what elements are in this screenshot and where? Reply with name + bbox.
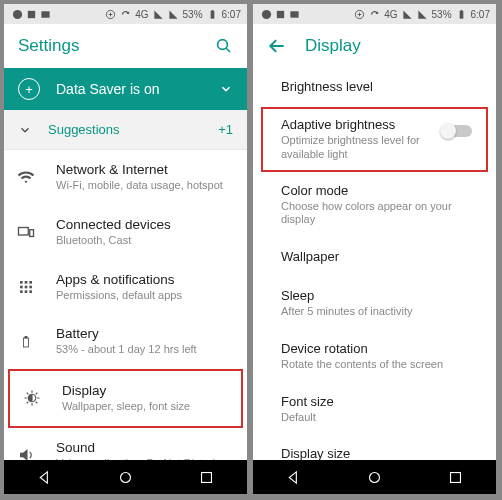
back-icon[interactable]	[285, 469, 302, 486]
back-icon[interactable]	[36, 469, 53, 486]
clock: 6:07	[222, 9, 241, 20]
row-font-size[interactable]: Font size Default	[253, 383, 496, 436]
svg-rect-27	[277, 10, 284, 17]
row-title: Brightness level	[281, 79, 482, 94]
svg-rect-12	[29, 281, 32, 284]
chevron-down-icon	[18, 123, 32, 137]
row-title: Device rotation	[281, 341, 482, 356]
row-title: Battery	[56, 326, 233, 341]
row-network[interactable]: Network & InternetWi-Fi, mobile, data us…	[4, 150, 247, 205]
svg-rect-10	[20, 281, 23, 284]
svg-rect-16	[20, 290, 23, 293]
row-display-size[interactable]: Display size Default	[253, 435, 496, 460]
clock: 6:07	[471, 9, 490, 20]
display-icon	[22, 389, 42, 407]
sync-icon	[369, 9, 380, 20]
recents-icon[interactable]	[447, 469, 464, 486]
svg-rect-19	[24, 338, 29, 347]
svg-rect-17	[25, 290, 28, 293]
display-list: Brightness level Adaptive brightness Opt…	[253, 68, 496, 460]
phone-settings: 4G 53% 6:07 Settings + Data Saver is on …	[4, 4, 247, 494]
svg-rect-18	[29, 290, 32, 293]
row-brightness[interactable]: Brightness level	[253, 68, 496, 107]
whatsapp-icon	[12, 9, 23, 20]
svg-point-24	[121, 472, 131, 482]
row-sub: 53% - about 1 day 12 hrs left	[56, 343, 233, 357]
svg-rect-1	[28, 10, 35, 17]
row-sub: After 5 minutes of inactivity	[281, 305, 482, 319]
row-wallpaper[interactable]: Wallpaper	[253, 238, 496, 277]
row-sound[interactable]: SoundVolume, vibration, Do Not Disturb	[4, 428, 247, 460]
data-saver-icon	[105, 9, 116, 20]
nav-bar	[253, 460, 496, 494]
svg-rect-31	[460, 9, 462, 10]
row-display[interactable]: DisplayWallpaper, sleep, font size	[8, 369, 243, 428]
signal-icon	[402, 9, 413, 20]
svg-rect-2	[41, 11, 49, 17]
row-apps[interactable]: Apps & notificationsPermissions, default…	[4, 260, 247, 315]
suggestions-count: +1	[218, 122, 233, 137]
svg-rect-15	[29, 286, 32, 289]
row-sub: Wallpaper, sleep, font size	[62, 400, 227, 414]
home-icon[interactable]	[117, 469, 134, 486]
battery-pct: 53%	[432, 9, 452, 20]
svg-rect-4	[210, 10, 214, 18]
recents-icon[interactable]	[198, 469, 215, 486]
row-sub: Choose how colors appear on your display	[281, 200, 482, 228]
svg-point-33	[370, 472, 380, 482]
app-icon	[26, 9, 37, 20]
row-sub: Default	[281, 411, 482, 425]
sync-icon	[120, 9, 131, 20]
settings-list: Network & InternetWi-Fi, mobile, data us…	[4, 150, 247, 460]
row-title: Connected devices	[56, 217, 233, 232]
battery-icon	[207, 9, 218, 20]
data-saver-banner[interactable]: + Data Saver is on	[4, 68, 247, 110]
row-title: Wallpaper	[281, 249, 482, 264]
row-color-mode[interactable]: Color mode Choose how colors appear on y…	[253, 172, 496, 239]
status-bar: 4G 53% 6:07	[4, 4, 247, 24]
devices-icon	[16, 223, 36, 241]
signal-icon-2	[168, 9, 179, 20]
row-title: Network & Internet	[56, 162, 233, 177]
signal-icon-2	[417, 9, 428, 20]
svg-point-0	[13, 9, 22, 18]
row-title: Display	[62, 383, 227, 398]
row-sub: Wi-Fi, mobile, data usage, hotspot	[56, 179, 233, 193]
wifi-icon	[16, 168, 36, 186]
svg-rect-8	[19, 228, 29, 236]
status-bar: 4G 53% 6:07	[253, 4, 496, 24]
svg-rect-25	[202, 472, 212, 482]
page-title: Display	[305, 36, 361, 56]
app-bar: Settings	[4, 24, 247, 68]
svg-line-7	[226, 48, 230, 52]
data-saver-banner-icon: +	[18, 78, 40, 100]
row-adaptive-brightness[interactable]: Adaptive brightness Optimize brightness …	[261, 107, 488, 172]
svg-rect-34	[451, 472, 461, 482]
suggestions-row[interactable]: Suggestions +1	[4, 110, 247, 150]
row-title: Apps & notifications	[56, 272, 233, 287]
row-title: Font size	[281, 394, 482, 409]
svg-rect-9	[30, 230, 34, 237]
svg-rect-13	[20, 286, 23, 289]
row-sub: Rotate the contents of the screen	[281, 358, 482, 372]
row-sleep[interactable]: Sleep After 5 minutes of inactivity	[253, 277, 496, 330]
back-arrow-icon[interactable]	[267, 36, 287, 56]
row-connected[interactable]: Connected devicesBluetooth, Cast	[4, 205, 247, 260]
svg-rect-20	[25, 336, 27, 338]
row-battery[interactable]: Battery53% - about 1 day 12 hrs left	[4, 314, 247, 369]
svg-rect-30	[459, 10, 463, 18]
network-type: 4G	[135, 9, 148, 20]
row-rotation[interactable]: Device rotation Rotate the contents of t…	[253, 330, 496, 383]
battery-icon	[16, 333, 36, 351]
chevron-down-icon	[219, 82, 233, 96]
app-bar: Display	[253, 24, 496, 68]
row-title: Sound	[56, 440, 233, 455]
search-icon[interactable]	[215, 37, 233, 55]
home-icon[interactable]	[366, 469, 383, 486]
suggestions-label: Suggestions	[48, 122, 120, 137]
app-icon	[275, 9, 286, 20]
phone-display: 4G 53% 6:07 Display Brightness level Ada…	[253, 4, 496, 494]
svg-rect-14	[25, 286, 28, 289]
row-sub: Permissions, default apps	[56, 289, 233, 303]
adaptive-brightness-toggle[interactable]	[442, 125, 472, 137]
